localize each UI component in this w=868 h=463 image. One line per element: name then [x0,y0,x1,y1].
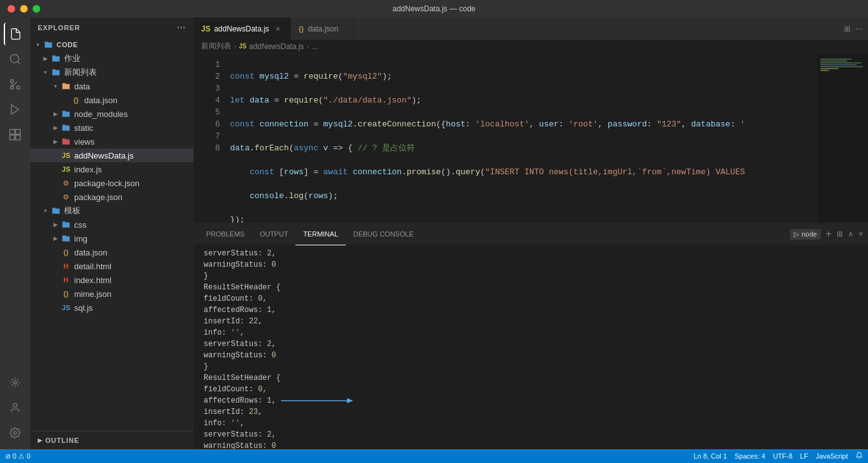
sidebar-item-data-json2[interactable]: {} data.json [30,245,194,259]
status-position[interactable]: Ln 8, Col 1 [694,452,727,460]
svg-point-2 [17,86,20,89]
activity-bar [0,18,30,449]
sidebar-item-node-modules[interactable]: ▶ node_modules [30,107,194,121]
tree-root[interactable]: ▾ CODE [30,38,194,52]
sidebar-item-moban[interactable]: ▾ 模板 [30,204,194,218]
remote-activity-icon[interactable] [4,371,26,394]
sidebar-item-package-json[interactable]: ⚙ package.json [30,190,194,204]
addNewsData-file-icon: JS [60,152,72,159]
close-button[interactable] [8,5,15,13]
source-control-activity-icon[interactable] [4,73,26,96]
sidebar-item-xinwenliebiao[interactable]: ▾ 新闻列表 [30,65,194,79]
static-folder-icon [60,123,72,132]
extensions-activity-icon[interactable] [4,123,26,146]
svg-rect-8 [10,135,15,140]
minimize-button[interactable] [20,5,28,13]
img-label: img [74,234,87,243]
sidebar-item-static[interactable]: ▶ static [30,121,194,135]
panel-actions: ▷ node + ⊞ ∧ × [790,228,863,240]
explorer-activity-icon[interactable] [4,23,26,45]
split-terminal-icon[interactable]: ⊞ [837,230,843,238]
terminal-line-13: fieldCount: 0, [204,384,858,395]
terminal-line-16: info: '', [204,418,858,429]
sidebar-item-css[interactable]: ▶ css [30,218,194,232]
code-editor[interactable]: 1 2 3 4 5 6 7 8 const mysql2 = require("… [194,53,868,223]
detail-html-label: detail.html [74,262,111,271]
tab-addNewsData-close[interactable]: × [273,24,283,34]
traffic-lights [8,5,40,13]
sidebar-item-data-folder[interactable]: ▾ data [30,79,194,93]
status-language[interactable]: JavaScript [816,452,848,460]
status-errors[interactable]: ⊘ 0 ⚠ 0 [5,452,30,460]
terminal-node-label[interactable]: ▷ node [790,229,820,240]
panel-tab-terminal[interactable]: TERMINAL [295,223,346,245]
breadcrumb-more[interactable]: ... [312,42,318,51]
terminal-node-text: node [801,230,816,238]
sidebar-item-package-lock-json[interactable]: ⚙ package-lock.json [30,176,194,190]
data-json2-label: data.json [74,248,107,257]
svg-point-3 [11,80,14,83]
close-panel-icon[interactable]: × [859,230,863,238]
node-modules-label: node_modules [74,109,128,119]
svg-rect-6 [10,130,15,135]
status-notifications[interactable] [855,452,863,460]
sidebar-header: EXPLORER ⋯ [30,18,194,38]
sidebar-item-index-html[interactable]: H index.html [30,273,194,287]
root-label: CODE [57,41,78,48]
error-count: 0 [13,452,16,460]
panel-tab-output[interactable]: OUTPUT [252,223,295,245]
xinwen-label: 新闻列表 [64,67,97,78]
split-editor-icon[interactable]: ⊞ [844,25,850,33]
status-spaces[interactable]: Spaces: 4 [735,452,766,460]
minimap [818,53,868,223]
static-arrow-icon: ▶ [50,125,60,131]
line-numbers: 1 2 3 4 5 6 7 8 [194,53,225,223]
sidebar-item-sql-js[interactable]: JS sql.js [30,301,194,315]
zuoye-arrow-icon: ▶ [40,55,50,62]
breadcrumb-xinwen[interactable]: 新闻列表 [201,41,231,52]
maximize-button[interactable] [33,5,40,13]
status-line-ending[interactable]: LF [800,452,808,460]
sidebar-item-mime-json[interactable]: {} mime.json [30,287,194,301]
panel-tab-debug[interactable]: DEBUG CONSOLE [346,223,421,245]
sidebar-menu-icon[interactable]: ⋯ [177,23,186,33]
settings-activity-icon[interactable] [4,421,26,444]
sidebar-item-index-js[interactable]: JS index.js [30,162,194,176]
status-encoding[interactable]: UTF-8 [773,452,793,460]
sidebar-item-addNewsData-js[interactable]: JS addNewsData.js [30,148,194,162]
more-tabs-icon[interactable]: ⋯ [855,25,863,33]
account-activity-icon[interactable] [4,396,26,419]
outline-label: OUTLINE [45,437,79,444]
detail-html-file-icon: H [60,262,72,270]
code-line-2: let data = require("./data/data.json"); [230,94,813,106]
svg-marker-5 [11,105,19,114]
tab-dataJson[interactable]: {} data.json [291,18,354,40]
moban-folder-icon [50,206,62,215]
sidebar-item-zuoye[interactable]: ▶ 作业 [30,52,194,65]
outline-header[interactable]: ▶ OUTLINE [30,434,194,447]
zuoye-label: 作业 [64,53,80,64]
tab-addNewsData-label: addNewsData.js [214,25,269,33]
maximize-panel-icon[interactable]: ∧ [848,230,854,238]
panel-tab-problems[interactable]: PROBLEMS [199,223,252,245]
terminal-line-5: fieldCount: 0, [204,293,858,304]
code-line-1: const mysql2 = require("mysql2"); [230,70,813,82]
index-js-file-icon: JS [60,165,72,173]
sidebar-item-detail-html[interactable]: H detail.html [30,259,194,273]
run-debug-activity-icon[interactable] [4,98,26,121]
sidebar-header-icons: ⋯ [177,23,186,33]
search-activity-icon[interactable] [4,48,26,70]
outline-section: ▶ OUTLINE [30,431,194,449]
breadcrumb-file[interactable]: addNewsData.js [249,42,304,51]
sidebar-item-views[interactable]: ▶ views [30,135,194,148]
node-modules-folder-icon [60,109,72,118]
terminal-content[interactable]: serverStatus: 2, warningStatus: 0 } Resu… [194,245,868,449]
code-content[interactable]: const mysql2 = require("mysql2"); let da… [225,53,818,223]
sidebar-item-data-json[interactable]: {} data.json [30,93,194,107]
add-terminal-icon[interactable]: + [826,228,832,240]
index-html-label: index.html [74,276,111,285]
static-label: static [74,123,93,133]
sidebar-item-img[interactable]: ▶ img [30,232,194,245]
code-line-4: data.forEach(async v => { // ? 是占位符 [230,142,813,154]
tab-addNewsData[interactable]: JS addNewsData.js × [194,18,291,40]
